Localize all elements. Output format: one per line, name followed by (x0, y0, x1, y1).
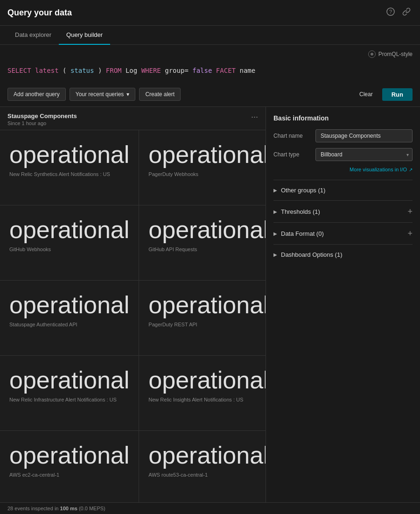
chart-name-group: Chart name (273, 129, 413, 142)
kw-fn: latest (35, 67, 59, 74)
billboard-value: operational (9, 442, 129, 469)
billboard-grid: operational New Relic Synthetics Alert N… (0, 130, 266, 506)
footer-highlight: 100 ms (60, 506, 77, 511)
main-content: Stauspage Components Since 1 hour ago ··… (0, 107, 420, 514)
add-icon-thresholds[interactable]: + (407, 207, 413, 216)
billboard-value: operational (148, 292, 266, 318)
header-actions: ? (385, 6, 413, 20)
billboard-value: operational (9, 367, 129, 394)
chevron-right-icon: ▶ (273, 252, 277, 257)
kw-val-false: false (192, 67, 212, 74)
section-title-thresholds: Thresholds (1) (281, 208, 320, 215)
viz-link-text: More visualizations in I/O (350, 167, 407, 172)
billboard-label: AWS ec2-ca-central-1 (9, 472, 129, 478)
add-icon-data-format[interactable]: + (407, 229, 413, 238)
page-header: Query your data ? (0, 0, 420, 26)
section-title-other-groups: Other groups (1) (281, 187, 325, 194)
billboard-value: operational (9, 292, 129, 318)
kw-facet: FACET (216, 67, 236, 74)
query-area: PromQL-style SELECT latest ( status ) FR… (0, 45, 420, 107)
section-header-data-format[interactable]: ▶ Data Format (0) + (273, 223, 413, 244)
recent-queries-button[interactable]: Your recent queries ▾ (70, 88, 136, 101)
billboard-cell: operational New Relic Synthetics Alert N… (0, 130, 139, 205)
chart-type-select-wrapper: Billboard Table Bar chart Line chart ▾ (315, 148, 413, 161)
billboard-value: operational (148, 217, 266, 243)
billboard-cell: operational GitHub API Requests (139, 205, 266, 280)
billboard-label: Statuspage Authenticated API (9, 322, 129, 327)
kw-select: SELECT (7, 67, 31, 74)
billboard-cell: operational GitHub Webhooks (0, 205, 139, 280)
chart-subtitle: Since 1 hour ago (7, 120, 77, 126)
add-query-button[interactable]: Add another query (7, 88, 66, 101)
billboard-cell: operational New Relic Infrastructure Ale… (0, 356, 139, 430)
footer-text-before: 28 events inspected in (7, 506, 60, 511)
query-editor[interactable]: SELECT latest ( status ) FROM Log WHERE … (7, 62, 413, 83)
kw-from: FROM (106, 67, 122, 74)
billboard-label: PagerDuty Webhooks (148, 171, 266, 177)
chevron-right-icon: ▶ (273, 188, 277, 193)
section-dashboard-options: ▶ Dashboard Options (1) (273, 244, 413, 265)
chart-type-group: Chart type Billboard Table Bar chart Lin… (273, 148, 413, 161)
section-thresholds: ▶ Thresholds (1) + (273, 200, 413, 222)
billboard-value: operational (148, 442, 266, 469)
billboard-value: operational (148, 141, 266, 168)
billboard-label: GitHub API Requests (148, 246, 266, 252)
run-button[interactable]: Run (382, 88, 413, 101)
billboard-value: operational (148, 367, 266, 394)
footer: 28 events inspected in 100 ms (0.0 MEPS) (0, 502, 420, 514)
section-header-thresholds[interactable]: ▶ Thresholds (1) + (273, 201, 413, 222)
dropdown-chevron-icon: ▾ (126, 91, 129, 98)
billboard-label: AWS route53-ca-central-1 (148, 472, 266, 478)
settings-panel: Basic information Chart name Chart type … (266, 107, 420, 514)
chart-header: Stauspage Components Since 1 hour ago ··… (0, 107, 266, 130)
section-data-format: ▶ Data Format (0) + (273, 222, 413, 244)
external-link-icon: ↗ (409, 167, 413, 172)
billboard-label: New Relic Insights Alert Notifications :… (148, 397, 266, 402)
billboard-cell: operational AWS ec2-ca-central-1 (0, 431, 139, 506)
link-button[interactable] (400, 6, 413, 20)
billboard-label: New Relic Synthetics Alert Notifications… (9, 171, 129, 177)
billboard-cell: operational AWS route53-ca-central-1 (139, 431, 266, 506)
chevron-right-icon: ▶ (273, 231, 277, 236)
chart-name-label: Chart name (273, 133, 315, 139)
billboard-cell: operational PagerDuty REST API (139, 281, 266, 355)
section-header-other-groups[interactable]: ▶ Other groups (1) (273, 180, 413, 200)
billboard-cell: operational New Relic Insights Alert Not… (139, 356, 266, 430)
settings-title: Basic information (273, 114, 413, 122)
chart-title-area: Stauspage Components Since 1 hour ago (7, 113, 77, 126)
billboard-label: New Relic Infrastructure Alert Notificat… (9, 397, 129, 402)
promql-toggle[interactable]: PromQL-style (7, 50, 413, 58)
chart-type-select[interactable]: Billboard Table Bar chart Line chart (315, 148, 413, 161)
section-other-groups: ▶ Other groups (1) (273, 180, 413, 200)
billboard-label: PagerDuty REST API (148, 322, 266, 327)
billboard-cell: operational Statuspage Authenticated API (0, 281, 139, 355)
svg-text:?: ? (389, 9, 392, 14)
tab-query-builder[interactable]: Query builder (59, 26, 110, 45)
page-title: Query your data (7, 8, 72, 18)
viz-link[interactable]: More visualizations in I/O ↗ (273, 167, 413, 172)
chart-title: Stauspage Components (7, 113, 77, 120)
create-alert-button[interactable]: Create alert (139, 88, 181, 101)
tab-bar: Data explorer Query builder (0, 26, 420, 45)
chart-type-label: Chart type (273, 151, 315, 158)
help-button[interactable]: ? (385, 6, 397, 20)
chart-name-input[interactable] (315, 129, 413, 142)
footer-text-after: (0.0 MEPS) (79, 506, 105, 511)
billboard-value: operational (9, 141, 129, 168)
billboard-label: GitHub Webhooks (9, 246, 129, 252)
chart-panel: Stauspage Components Since 1 hour ago ··… (0, 107, 266, 514)
clear-button[interactable]: Clear (354, 88, 378, 100)
billboard-value: operational (9, 217, 129, 243)
billboard-cell: operational PagerDuty Webhooks (139, 130, 266, 205)
kw-field-status: status (70, 67, 94, 74)
section-header-dashboard-options[interactable]: ▶ Dashboard Options (1) (273, 245, 413, 265)
sections-container: ▶ Other groups (1) ▶ Thresholds (1) + ▶ … (273, 180, 413, 265)
kw-where: WHERE (141, 67, 161, 74)
promql-icon (368, 50, 376, 58)
chart-menu-button[interactable]: ··· (251, 113, 258, 121)
query-actions: Add another query Your recent queries ▾ … (7, 83, 413, 106)
tab-data-explorer[interactable]: Data explorer (7, 26, 59, 45)
promql-label: PromQL-style (378, 51, 413, 57)
chevron-right-icon: ▶ (273, 209, 277, 214)
section-title-data-format: Data Format (0) (281, 230, 324, 237)
